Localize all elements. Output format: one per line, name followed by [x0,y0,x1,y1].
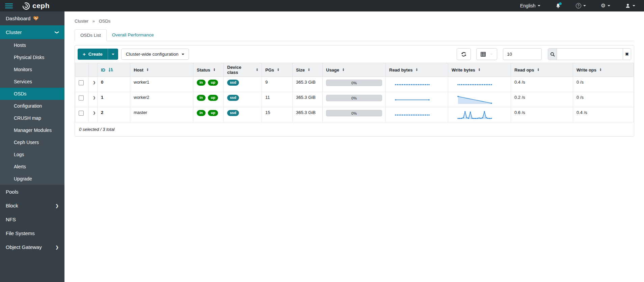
user-dropdown[interactable] [625,3,635,8]
sidebar-item-logs[interactable]: Logs [0,148,64,161]
osds-table: ID Host ▲▼ [75,63,634,122]
sidebar-item-osds[interactable]: OSDs [0,88,64,100]
column-header-write-bytes[interactable]: Write bytes ▲▼ [448,63,511,77]
notifications-button[interactable] [555,3,561,9]
sidebar-item-ceph-users[interactable]: Ceph Users [0,136,64,148]
column-header-read-bytes[interactable]: Read bytes ▲▼ [386,63,448,77]
column-header-status[interactable]: Status ▲▼ [193,63,224,77]
sidebar-item-file-systems[interactable]: File Systems [0,226,64,240]
breadcrumb-current: OSDs [99,19,111,24]
row-checkbox[interactable] [79,111,84,116]
sidebar-item-physical-disks[interactable]: Physical Disks [0,51,64,63]
header-select-column [75,63,89,77]
search-icon-segment [548,49,557,60]
column-header-device-class[interactable]: Device class ▲▼ [224,63,262,77]
clear-search-button[interactable]: ✖ [623,49,631,60]
sidebar-item-dashboard[interactable]: Dashboard [0,11,64,25]
chevron-down-icon [608,5,610,6]
sidebar-item-services[interactable]: Services [0,76,64,88]
osd-id-cell: 2 [98,107,130,122]
write-ops-cell: 0 /s [573,92,634,107]
search-input[interactable] [557,49,623,60]
user-icon [625,3,630,8]
status-cell: in up [193,107,224,122]
osd-id-cell: 0 [98,77,130,92]
main-content: Cluster » OSDs OSDs List Overall Perform… [64,0,644,137]
column-toggle-dropdown[interactable] [476,48,497,60]
help-icon: ? [576,3,581,8]
sort-toggle-icon: ▲▼ [342,68,344,71]
sidebar-item-label: Cluster [6,29,22,35]
status-badge-up: up [208,110,218,116]
settings-dropdown[interactable]: ⚙ [601,3,610,8]
column-header-usage[interactable]: Usage ▲▼ [323,63,386,77]
size-cell: 365.3 GiB [293,77,323,92]
usage-cell: 0% [323,107,386,122]
row-expand-chevron-icon[interactable]: ❯ [92,111,96,115]
row-checkbox[interactable] [79,80,84,85]
help-dropdown[interactable]: ? [576,3,586,8]
write-bytes-sparkline [457,111,492,119]
sidebar-item-nfs[interactable]: NFS [0,213,64,226]
sidebar-item-pools[interactable]: Pools [0,185,64,199]
notification-dot [559,2,562,5]
sidebar-item-alerts[interactable]: Alerts [0,161,64,173]
sidebar-item-object-gateway[interactable]: Object Gateway ❯ [0,240,64,254]
row-expand-chevron-icon[interactable]: ❯ [92,81,96,84]
status-badge-in: in [197,95,206,101]
create-dropdown-toggle[interactable] [108,49,118,60]
sidebar-item-cluster[interactable]: Cluster ❯ [0,25,64,39]
sidebar-item-block[interactable]: Block ❯ [0,199,64,213]
usage-progress-bar: 0% [326,95,382,101]
row-checkbox[interactable] [79,95,84,101]
language-dropdown[interactable]: English [520,3,540,8]
top-navigation-bar: ceph English ? ⚙ [0,0,644,11]
sidebar-item-monitors[interactable]: Monitors [0,63,64,76]
pgs-cell: 9 [262,77,293,92]
pgs-cell: 11 [262,92,293,107]
column-header-id[interactable]: ID [98,63,130,77]
column-header-pgs[interactable]: PGs ▲▼ [262,63,293,77]
page-size-input[interactable] [503,48,542,60]
sidebar-item-upgrade[interactable]: Upgrade [0,173,64,185]
ceph-logo[interactable]: ceph [22,1,50,10]
header-expand-column [89,63,98,77]
table-grid-icon [481,52,486,57]
tab-osds-list[interactable]: OSDs List [75,29,107,41]
size-cell: 365.3 GiB [293,107,323,122]
table-toolbar: + Create Cluster-wide configuration [75,46,634,63]
cluster-wide-configuration-label: Cluster-wide configuration [126,52,179,57]
status-cell: in up [193,92,224,107]
status-badge-in: in [197,110,206,116]
cluster-submenu: Hosts Physical Disks Monitors Services O… [0,39,64,185]
cluster-wide-configuration-dropdown[interactable]: Cluster-wide configuration [121,49,189,60]
host-cell: master [130,107,193,122]
column-header-host[interactable]: Host ▲▼ [130,63,193,77]
column-header-write-ops[interactable]: Write ops ▲▼ [573,63,634,77]
usage-progress-bar: 0% [326,110,382,116]
chevron-right-icon: ❯ [55,245,59,250]
sidebar-item-label: File Systems [6,230,35,236]
osd-id-cell: 1 [98,92,130,107]
create-button[interactable]: + Create [78,49,108,60]
row-expand-chevron-icon[interactable]: ❯ [92,96,96,100]
create-split-button: + Create [78,49,118,60]
device-class-badge: ssd [227,110,239,116]
gear-icon: ⚙ [601,3,606,8]
write-ops-cell: 0 /s [573,77,634,92]
sidebar-item-hosts[interactable]: Hosts [0,39,64,51]
tab-bar: OSDs List Overall Performance [75,29,634,41]
sidebar-item-manager-modules[interactable]: Manager Modules [0,124,64,136]
sidebar-item-crush-map[interactable]: CRUSH map [0,112,64,124]
osds-table-panel: + Create Cluster-wide configuration [75,45,634,137]
refresh-button[interactable] [457,48,471,60]
tab-overall-performance[interactable]: Overall Performance [107,29,159,41]
selection-summary: 0 selected / 3 total [75,122,634,136]
column-header-read-ops[interactable]: Read ops ▲▼ [511,63,573,77]
sort-toggle-icon: ▲▼ [213,68,215,71]
sidebar-item-configuration[interactable]: Configuration [0,100,64,112]
menu-toggle-icon[interactable] [5,2,13,9]
write-bytes-cell [448,107,511,122]
write-bytes-sparkline [457,95,492,104]
column-header-size[interactable]: Size ▲▼ [293,63,323,77]
